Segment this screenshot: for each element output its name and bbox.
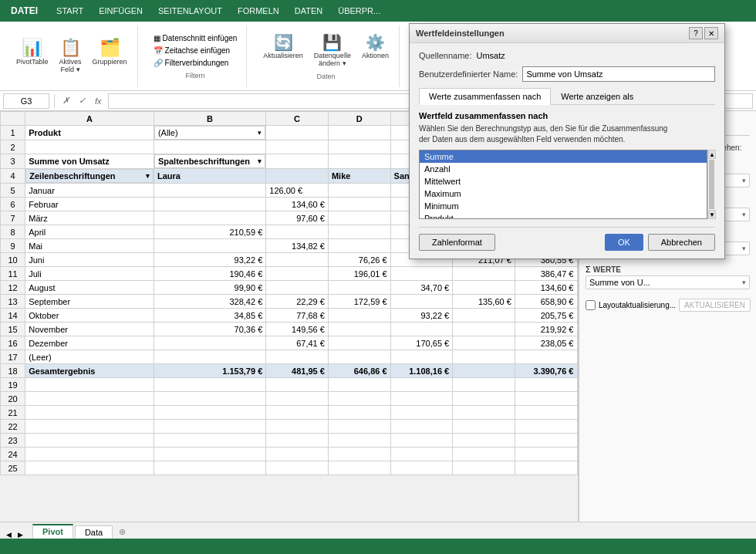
list-item-maximum[interactable]: Maximum: [420, 187, 707, 200]
listbox-container: Summe Anzahl Mittelwert Maximum Minimum …: [419, 150, 715, 219]
dialog-body: Quellenname: Umsatz Benutzerdefinierter …: [410, 43, 724, 258]
dialog-help-btn[interactable]: ?: [689, 27, 703, 39]
list-item-produkt[interactable]: Produkt: [420, 212, 707, 219]
custom-name-field: Benutzerdefinierter Name:: [419, 66, 715, 82]
source-name-field: Quellenname: Umsatz: [419, 51, 715, 60]
dialog-footer: Zahlenformat OK Abbrechen: [419, 227, 715, 251]
ok-btn[interactable]: OK: [605, 234, 643, 251]
dialog-window-controls: ? ✕: [689, 27, 718, 39]
dialog-overlay: Wertfeldeinstellungen ? ✕ Quellenname: U…: [0, 0, 756, 552]
wertfeld-dialog: Wertfeldeinstellungen ? ✕ Quellenname: U…: [409, 23, 725, 259]
dialog-close-btn[interactable]: ✕: [704, 27, 718, 39]
section-label: Wertfeld zusammenfassen nach: [419, 111, 715, 120]
custom-name-label: Benutzerdefinierter Name:: [419, 69, 518, 79]
source-name-label: Quellenname:: [419, 51, 472, 60]
dialog-tabs: Werte zusammenfassen nach Werte anzeigen…: [419, 88, 715, 105]
list-item-minimum[interactable]: Minimum: [420, 200, 707, 212]
dialog-action-buttons: OK Abbrechen: [605, 234, 715, 251]
listbox-scrollbar[interactable]: ▲ ▼: [707, 150, 715, 219]
dialog-title: Wertfeldeinstellungen: [416, 29, 505, 38]
source-name-value: Umsatz: [477, 51, 505, 60]
list-item-anzahl[interactable]: Anzahl: [420, 163, 707, 175]
scroll-down-btn[interactable]: ▼: [708, 210, 716, 219]
list-item-mittelwert[interactable]: Mittelwert: [420, 175, 707, 187]
custom-name-input[interactable]: [522, 66, 715, 82]
scroll-thumb: [709, 160, 714, 209]
list-item-summe[interactable]: Summe: [420, 150, 707, 163]
cancel-btn[interactable]: Abbrechen: [648, 234, 715, 251]
tab-zusammenfassen[interactable]: Werte zusammenfassen nach: [419, 88, 551, 105]
calculation-listbox[interactable]: Summe Anzahl Mittelwert Maximum Minimum …: [419, 150, 707, 219]
scroll-up-btn[interactable]: ▲: [708, 150, 716, 159]
tab-anzeigen-als[interactable]: Werte anzeigen als: [551, 88, 643, 104]
dialog-title-bar: Wertfeldeinstellungen ? ✕: [410, 24, 724, 43]
dialog-description: Wählen Sie den Berechnungstyp aus, den S…: [419, 123, 715, 145]
number-format-btn[interactable]: Zahlenformat: [419, 234, 495, 251]
